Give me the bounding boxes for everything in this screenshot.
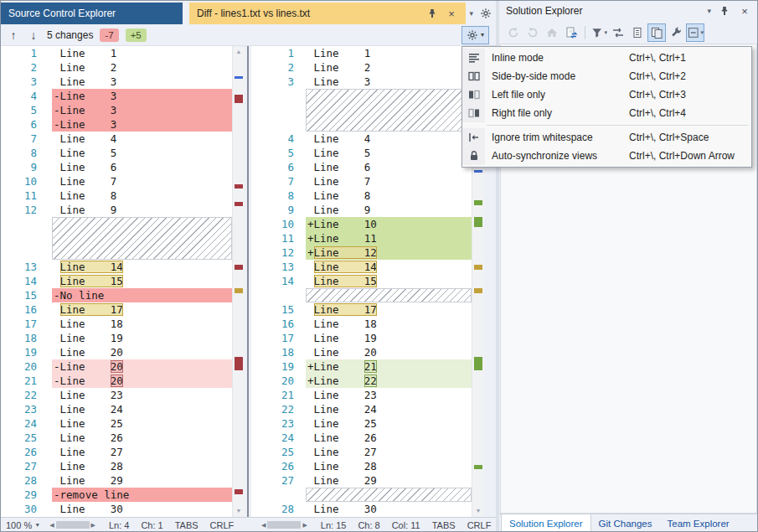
line-text[interactable]: Line 18 (52, 317, 232, 331)
scroll-right-icon[interactable]: ▶ (301, 522, 308, 529)
line-text[interactable]: Line 29 (306, 473, 472, 488)
line-text[interactable]: Line 5 (306, 146, 472, 160)
scrollbar-up-icon[interactable]: ▲ (233, 48, 245, 56)
filter-icon[interactable]: ▾ (590, 23, 608, 42)
line-text[interactable]: Line 7 (306, 174, 472, 189)
bottom-tab-git-changes[interactable]: Git Changes (591, 514, 660, 532)
line-text[interactable]: Line 9 (306, 203, 472, 217)
next-change-button[interactable]: ↓ (27, 28, 40, 42)
line-text[interactable]: Line 6 (52, 160, 232, 174)
scrollbar-track[interactable] (56, 521, 90, 529)
sync-with-active-document-icon[interactable] (562, 23, 580, 42)
line-text[interactable]: +Line 11 (306, 231, 472, 245)
line-text[interactable]: -remove line (52, 488, 232, 502)
scroll-left-icon[interactable]: ◀ (260, 522, 267, 529)
menu-item-inline-mode[interactable]: Inline modeCtrl+\, Ctrl+1 (462, 49, 751, 67)
line-text[interactable]: Line 15 (306, 274, 472, 288)
line-text[interactable]: Line 17 (306, 302, 472, 317)
left-vertical-scrollbar[interactable]: ▲▼ (232, 46, 245, 517)
line-text[interactable]: +Line 12 (306, 245, 472, 260)
line-text[interactable]: Line 19 (306, 331, 472, 345)
line-text[interactable]: Line 3 (306, 75, 472, 89)
right-diff-pane[interactable]: 1 Line 12 Line 23 Line 34 Line 45 Line 5… (251, 46, 484, 517)
scroll-right-icon[interactable]: ▶ (90, 522, 97, 529)
line-text[interactable]: -Line 20 (52, 374, 232, 388)
line-text[interactable]: Line 2 (306, 60, 472, 75)
close-icon[interactable]: × (738, 4, 751, 18)
scrollbar-track[interactable] (267, 521, 301, 529)
line-text[interactable]: Line 20 (52, 345, 232, 359)
line-text[interactable]: +Line 21 (306, 359, 472, 374)
line-text[interactable]: Line 2 (52, 60, 232, 75)
tab-diff-document[interactable]: Diff - lines1.txt vs lines.txt × (189, 3, 466, 24)
line-text[interactable]: Line 8 (306, 189, 472, 203)
line-text[interactable]: -No line (52, 288, 232, 302)
line-text[interactable]: Line 1 (52, 46, 232, 60)
pin-icon[interactable] (425, 7, 439, 20)
scroll-left-icon[interactable]: ◀ (48, 522, 55, 529)
line-text[interactable]: Line 27 (306, 445, 472, 459)
line-text[interactable]: Line 19 (52, 331, 232, 345)
line-text[interactable]: Line 7 (52, 174, 232, 189)
gear-icon[interactable] (479, 7, 492, 20)
line-text[interactable]: Line 23 (306, 388, 472, 402)
scrollbar-thumb[interactable] (267, 521, 301, 529)
left-pane-code[interactable]: 1 Line 12 Line 23 Line 34-Line 35-Line 3… (0, 46, 232, 517)
line-text[interactable]: Line 14 (306, 260, 472, 274)
menu-item-auto-synchronize-views[interactable]: Auto-synchronize viewsCtrl+\, Ctrl+Down … (462, 147, 751, 165)
bottom-tab-team-explorer[interactable]: Team Explorer (660, 514, 737, 532)
line-text[interactable]: Line 29 (52, 473, 232, 488)
line-text[interactable]: +Line 22 (306, 374, 472, 388)
collapse-all-icon[interactable]: ▾ (686, 23, 704, 42)
left-diff-pane[interactable]: 1 Line 12 Line 23 Line 34-Line 35-Line 3… (0, 46, 245, 517)
menu-item-ignore-trim-whitespace[interactable]: Ignore trim whitespaceCtrl+\, Ctrl+Space (462, 128, 751, 147)
line-text[interactable]: -Line 3 (52, 89, 232, 103)
right-pane-code[interactable]: 1 Line 12 Line 23 Line 34 Line 45 Line 5… (251, 46, 472, 517)
line-text[interactable]: Line 23 (52, 388, 232, 402)
scrollbar-down-icon[interactable]: ▼ (233, 507, 245, 515)
menu-item-right-file-only[interactable]: Right file onlyCtrl+\, Ctrl+4 (462, 104, 751, 122)
line-text[interactable]: Line 20 (306, 345, 472, 359)
forward-icon[interactable] (523, 23, 542, 42)
line-text[interactable]: Line 26 (306, 431, 472, 445)
line-text[interactable]: Line 4 (306, 132, 472, 146)
diff-settings-button[interactable]: ▾ (462, 26, 489, 44)
line-text[interactable]: Line 3 (52, 75, 232, 89)
line-text[interactable]: Line 14 (52, 260, 232, 274)
close-icon[interactable]: × (445, 7, 458, 20)
line-text[interactable]: -Line 3 (52, 117, 232, 132)
switch-views-icon[interactable] (609, 23, 627, 42)
scrollbar-thumb[interactable] (56, 521, 90, 529)
menu-item-left-file-only[interactable]: Left file onlyCtrl+\, Ctrl+3 (462, 85, 751, 104)
menu-item-side-by-side-mode[interactable]: Side-by-side modeCtrl+\, Ctrl+2 (462, 67, 751, 85)
line-text[interactable]: Line 27 (52, 445, 232, 459)
line-text[interactable]: Line 4 (52, 132, 232, 146)
pin-icon[interactable] (718, 4, 731, 18)
line-text[interactable]: Line 28 (52, 459, 232, 473)
horizontal-scrollbar[interactable]: ◀ ▶ (48, 521, 97, 529)
line-text[interactable]: Line 15 (52, 274, 232, 288)
back-icon[interactable] (504, 23, 523, 42)
line-text[interactable]: +Line 10 (306, 217, 472, 231)
line-text[interactable]: Line 6 (306, 160, 472, 174)
line-text[interactable]: Line 8 (52, 189, 232, 203)
chevron-down-icon[interactable]: ▾ (707, 7, 711, 15)
previous-change-button[interactable]: ↑ (7, 28, 20, 42)
line-text[interactable]: Line 24 (52, 402, 232, 416)
preview-selected-items-icon[interactable] (647, 23, 666, 42)
chevron-down-icon[interactable]: ▾ (469, 9, 473, 18)
line-text[interactable]: Line 24 (306, 402, 472, 416)
scrollbar-down-icon[interactable]: ▼ (472, 507, 484, 515)
line-text[interactable]: -Line 3 (52, 103, 232, 117)
properties-icon[interactable] (667, 23, 685, 42)
line-text[interactable]: Line 25 (52, 416, 232, 431)
line-text[interactable]: -Line 20 (52, 359, 232, 374)
line-text[interactable]: Line 26 (52, 431, 232, 445)
show-all-files-icon[interactable] (628, 23, 647, 42)
home-icon[interactable] (543, 23, 561, 42)
line-text[interactable]: Line 5 (52, 146, 232, 160)
horizontal-scrollbar[interactable]: ◀ ▶ (260, 521, 309, 529)
line-text[interactable]: Line 30 (52, 502, 232, 516)
line-text[interactable]: Line 18 (306, 317, 472, 331)
line-text[interactable]: Line 30 (306, 502, 472, 516)
